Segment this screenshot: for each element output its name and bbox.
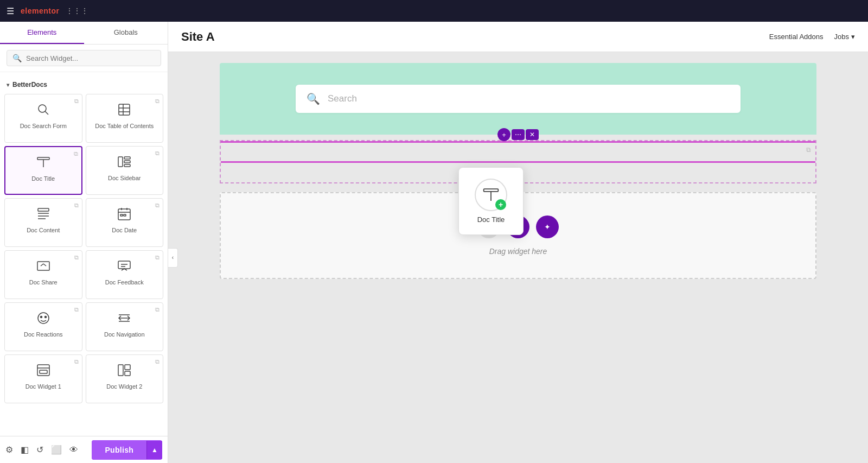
widget-card-doc-reactions[interactable]: ⧉ Doc Reactions bbox=[4, 302, 82, 351]
widget-card-doc-navigation[interactable]: ⧉ Doc Navigation bbox=[86, 302, 164, 351]
widget-card-doc-sidebar[interactable]: ⧉ Doc Sidebar bbox=[86, 146, 164, 195]
copy-icon: ⧉ bbox=[74, 98, 79, 105]
widget-card-doc-w1[interactable]: ⧉ Doc Widget 1 bbox=[4, 354, 82, 403]
copy-icon: ⧉ bbox=[74, 254, 79, 261]
svg-line-23 bbox=[41, 264, 43, 266]
svg-rect-39 bbox=[125, 371, 130, 376]
svg-rect-37 bbox=[118, 365, 123, 376]
search-widget-wrapper: 🔍 bbox=[0, 45, 168, 72]
widget-label: Doc Reactions bbox=[24, 331, 63, 338]
svg-rect-10 bbox=[124, 161, 130, 163]
widgets-section: ▾ BetterDocs ⧉ Doc Search Form ⧉ bbox=[0, 72, 168, 436]
toolbar-add-button[interactable]: + bbox=[497, 128, 510, 141]
tab-elements[interactable]: Elements bbox=[0, 22, 84, 44]
canvas-topbar-right: Essential Addons Jobs ▾ bbox=[769, 33, 855, 41]
copy-icon: ⧉ bbox=[155, 150, 159, 157]
widget-tooltip-label: Doc Title bbox=[477, 215, 505, 224]
elementor-logo: elementor bbox=[21, 7, 59, 15]
canvas-area: Site A Essential Addons Jobs ▾ ‹ 🔍 Searc… bbox=[168, 22, 868, 463]
layers-icon[interactable]: ◧ bbox=[21, 445, 29, 455]
search-input[interactable] bbox=[26, 54, 155, 62]
publish-expand-button[interactable]: ▲ bbox=[146, 441, 162, 459]
toolbar-close-button[interactable]: ✕ bbox=[526, 129, 539, 140]
section-arrow[interactable]: ▾ bbox=[7, 82, 9, 88]
floating-toolbar: + ⋯ ✕ bbox=[497, 128, 539, 141]
svg-rect-6 bbox=[37, 157, 49, 160]
svg-point-0 bbox=[39, 105, 46, 112]
hamburger-icon[interactable]: ☰ bbox=[7, 6, 14, 16]
widget-label: Doc Widget 2 bbox=[106, 383, 142, 390]
svg-rect-9 bbox=[124, 157, 130, 159]
tab-globals[interactable]: Globals bbox=[84, 22, 168, 44]
publish-button[interactable]: Publish bbox=[92, 440, 146, 460]
widget-card-doc-feedback[interactable]: ⧉ Doc Feedback bbox=[86, 250, 164, 299]
history-icon[interactable]: ↺ bbox=[36, 445, 43, 455]
sidebar-tabs: Elements Globals bbox=[0, 22, 168, 45]
widget-card-doc-table[interactable]: ⧉ Doc Table of Contents bbox=[86, 94, 164, 143]
widget-label: Doc Feedback bbox=[105, 279, 144, 286]
copy-icon: ⧉ bbox=[155, 254, 159, 261]
widget-icon-reactions bbox=[36, 310, 51, 328]
svg-rect-20 bbox=[120, 214, 123, 216]
svg-line-24 bbox=[43, 264, 46, 266]
widget-label: Doc Date bbox=[112, 227, 137, 233]
publish-btn-wrapper: Publish ▲ bbox=[92, 440, 162, 460]
toolbar-options-button[interactable]: ⋯ bbox=[512, 129, 525, 140]
canvas-scroll[interactable]: ‹ 🔍 Search + ⋯ ✕ bbox=[168, 52, 868, 463]
section-header: ▾ BetterDocs bbox=[4, 78, 163, 94]
copy-icon: ⧉ bbox=[155, 358, 159, 365]
widget-card-doc-title[interactable]: ⧉ Doc Title bbox=[4, 146, 82, 195]
widget-card-doc-w2[interactable]: ⧉ Doc Widget 2 bbox=[86, 354, 164, 403]
svg-line-1 bbox=[45, 111, 48, 115]
widget-icon-table bbox=[117, 102, 132, 119]
svg-rect-21 bbox=[124, 214, 126, 216]
grid-icon[interactable]: ⋮⋮⋮ bbox=[66, 7, 88, 15]
sidebar: Elements Globals 🔍 ▾ BetterDocs ⧉ bbox=[0, 22, 168, 463]
widget-label: Doc Table of Contents bbox=[95, 123, 154, 129]
widget-card-doc-content[interactable]: ⧉ Doc Content bbox=[4, 198, 82, 247]
search-box-text: Search bbox=[328, 93, 357, 104]
drag-magic-button[interactable]: ✦ bbox=[536, 215, 559, 238]
copy-icon: ⧉ bbox=[74, 306, 79, 313]
svg-point-30 bbox=[44, 316, 46, 318]
preview-icon[interactable]: 👁 bbox=[69, 445, 78, 455]
jobs-label: Jobs bbox=[834, 33, 849, 41]
widget-icon-w2 bbox=[117, 363, 132, 380]
widget-card-doc-search-form[interactable]: ⧉ Doc Search Form bbox=[4, 94, 82, 143]
settings-icon[interactable]: ⚙ bbox=[5, 445, 13, 455]
widget-label: Doc Share bbox=[29, 279, 58, 286]
svg-rect-36 bbox=[40, 370, 47, 373]
svg-point-29 bbox=[40, 316, 42, 318]
widget-label: Doc Widget 1 bbox=[25, 383, 61, 390]
widget-label: Doc Sidebar bbox=[108, 175, 141, 181]
jobs-link[interactable]: Jobs ▾ bbox=[834, 33, 855, 41]
copy-icon: ⧉ bbox=[155, 306, 159, 313]
widget-label: Doc Content bbox=[27, 227, 60, 233]
widget-card-doc-date[interactable]: ⧉ Doc Date bbox=[86, 198, 164, 247]
site-title: Site A bbox=[181, 30, 215, 44]
essential-addons-link[interactable]: Essential Addons bbox=[769, 33, 824, 41]
copy-icon: ⧉ bbox=[74, 358, 79, 365]
widget-card-doc-share[interactable]: ⧉ Doc Share bbox=[4, 250, 82, 299]
top-bar-left: ☰ elementor ⋮⋮⋮ bbox=[7, 6, 88, 16]
svg-rect-2 bbox=[119, 104, 130, 115]
copy-icon: ⧉ bbox=[155, 202, 159, 209]
svg-rect-8 bbox=[118, 157, 123, 167]
top-bar: ☰ elementor ⋮⋮⋮ bbox=[0, 0, 868, 22]
canvas-content: 🔍 Search + ⋯ ✕ bbox=[220, 63, 816, 279]
copy-icon: ⧉ bbox=[155, 98, 159, 105]
widget-icon-feedback bbox=[117, 258, 132, 276]
widget-icon-title bbox=[36, 155, 51, 172]
main-layout: Elements Globals 🔍 ▾ BetterDocs ⧉ bbox=[0, 22, 868, 463]
widget-tooltip: + Doc Title bbox=[458, 167, 524, 235]
widget-label: Doc Navigation bbox=[104, 331, 145, 338]
svg-point-28 bbox=[38, 313, 49, 324]
toggle-panel-button[interactable]: ‹ bbox=[168, 248, 178, 268]
responsive-icon[interactable]: ⬜ bbox=[51, 445, 62, 455]
svg-rect-38 bbox=[125, 365, 130, 370]
widget-icon-search bbox=[36, 102, 51, 119]
search-widget: 🔍 bbox=[7, 50, 161, 66]
widget-icon-content bbox=[36, 206, 51, 224]
active-row-inner: ⧉ bbox=[221, 141, 815, 163]
jobs-arrow-icon: ▾ bbox=[851, 33, 855, 41]
